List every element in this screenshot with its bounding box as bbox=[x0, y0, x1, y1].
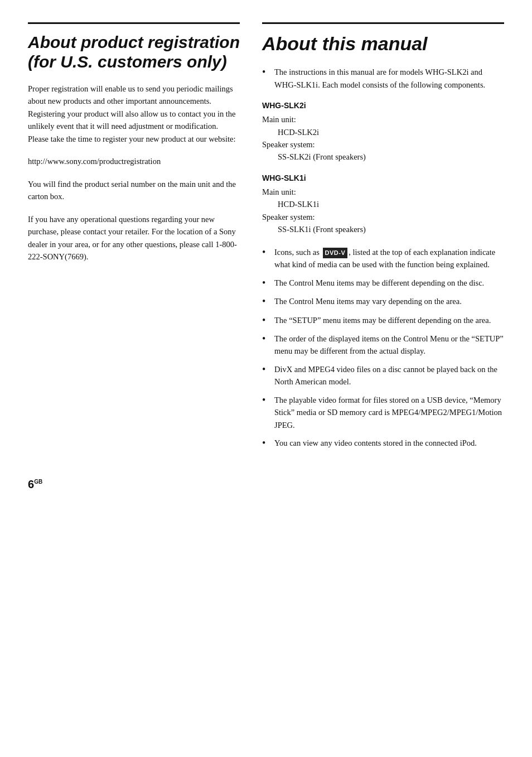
bullet-dot-order-items: • bbox=[262, 332, 272, 345]
right-title: About this manual bbox=[262, 33, 504, 55]
whg-slk1i-main-value: HCD-SLK1i bbox=[262, 198, 504, 210]
whg-slk1i-speaker-value: SS-SLK1i (Front speakers) bbox=[262, 223, 504, 235]
bullet-intro: • The instructions in this manual are fo… bbox=[262, 66, 504, 91]
whg-slk2i-main-label: Main unit: bbox=[262, 113, 504, 126]
bullet-playable: • The playable video format for files st… bbox=[262, 394, 504, 431]
right-column: About this manual • The instructions in … bbox=[262, 22, 504, 456]
bullet-icons: • Icons, such as DVD-V, listed at the to… bbox=[262, 246, 504, 271]
bullet-icons-text: Icons, such as DVD-V, listed at the top … bbox=[274, 246, 504, 271]
bullet-dot-playable: • bbox=[262, 394, 272, 407]
dvd-v-badge: DVD-V bbox=[323, 248, 348, 258]
bullet-control-disc-text: The Control Menu items may be different … bbox=[274, 277, 504, 289]
page-number-digit: 6 bbox=[28, 478, 34, 490]
bullet-ipod-text: You can view any video contents stored i… bbox=[274, 437, 504, 449]
two-column-layout: About product registration (for U.S. cus… bbox=[28, 22, 504, 456]
left-column: About product registration (for U.S. cus… bbox=[28, 22, 240, 456]
bullet-setup-area-text: The “SETUP” menu items may be different … bbox=[274, 314, 504, 326]
bullet-playable-text: The playable video format for files stor… bbox=[274, 394, 504, 431]
right-bullet-list: • The instructions in this manual are fo… bbox=[262, 66, 504, 91]
bullet-ipod: • You can view any video contents stored… bbox=[262, 437, 504, 450]
whg-slk2i-heading: WHG-SLK2i bbox=[262, 101, 504, 110]
right-bullet-list-2: • Icons, such as DVD-V, listed at the to… bbox=[262, 246, 504, 450]
whg-slk2i-block: WHG-SLK2i Main unit: HCD-SLK2i Speaker s… bbox=[262, 101, 504, 163]
bullet-dot-intro: • bbox=[262, 66, 272, 79]
whg-slk2i-speaker-label: Speaker system: bbox=[262, 138, 504, 151]
bullet-control-disc: • The Control Menu items may be differen… bbox=[262, 277, 504, 290]
page-number: 6GB bbox=[28, 478, 42, 491]
whg-slk2i-speaker-value: SS-SLK2i (Front speakers) bbox=[262, 151, 504, 163]
bullet-dot-setup-area: • bbox=[262, 314, 272, 327]
left-title: About product registration (for U.S. cus… bbox=[28, 33, 240, 71]
bullet-dot-icons: • bbox=[262, 246, 272, 259]
bullet-dot-control-area: • bbox=[262, 295, 272, 308]
whg-slk1i-main-label: Main unit: bbox=[262, 186, 504, 198]
page-container: About product registration (for U.S. cus… bbox=[28, 22, 504, 491]
bullet-intro-text: The instructions in this manual are for … bbox=[274, 66, 504, 91]
bullet-setup-area: • The “SETUP” menu items may be differen… bbox=[262, 314, 504, 327]
whg-slk2i-main-value: HCD-SLK2i bbox=[262, 126, 504, 138]
bullet-icons-before: Icons, such as bbox=[274, 248, 322, 257]
bullet-divx-text: DivX and MPEG4 video files on a disc can… bbox=[274, 363, 504, 388]
whg-slk1i-speaker-label: Speaker system: bbox=[262, 211, 504, 223]
bullet-control-area: • The Control Menu items may vary depend… bbox=[262, 295, 504, 308]
bullet-dot-control-disc: • bbox=[262, 277, 272, 290]
bullet-order-items: • The order of the displayed items on th… bbox=[262, 332, 504, 358]
page-footer: 6GB bbox=[28, 478, 504, 491]
page-number-superscript: GB bbox=[34, 479, 42, 485]
whg-slk1i-block: WHG-SLK1i Main unit: HCD-SLK1i Speaker s… bbox=[262, 173, 504, 236]
bullet-divx: • DivX and MPEG4 video files on a disc c… bbox=[262, 363, 504, 388]
bullet-control-area-text: The Control Menu items may vary dependin… bbox=[274, 295, 504, 307]
left-para-3: If you have any operational questions re… bbox=[28, 213, 240, 263]
left-para-1: Proper registration will enable us to se… bbox=[28, 83, 240, 145]
left-link: http://www.sony.com/productregistration bbox=[28, 155, 240, 167]
bullet-dot-ipod: • bbox=[262, 437, 272, 450]
bullet-order-items-text: The order of the displayed items on the … bbox=[274, 332, 504, 358]
bullet-dot-divx: • bbox=[262, 363, 272, 376]
whg-slk1i-heading: WHG-SLK1i bbox=[262, 173, 504, 182]
left-para-2: You will find the product serial number … bbox=[28, 178, 240, 203]
